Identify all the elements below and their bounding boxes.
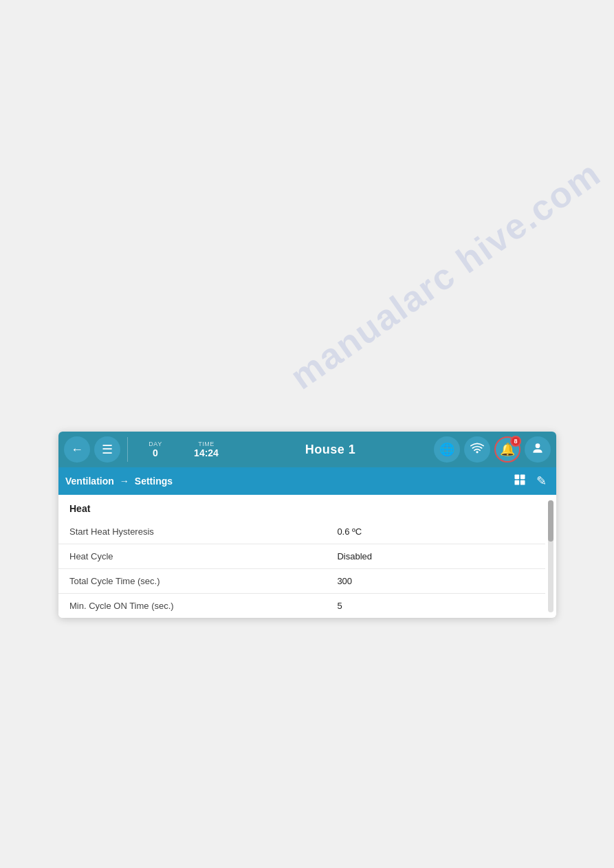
globe-icon: 🌐 (439, 442, 454, 457)
setting-value: 5 (326, 594, 545, 619)
svg-point-0 (476, 451, 478, 453)
table-row: Start Heat Hysteresis 0.6 ºC (58, 520, 545, 544)
time-display: TIME 14:24 (186, 441, 227, 458)
section-header: Heat (58, 495, 545, 520)
breadcrumb-actions: ✎ (510, 470, 549, 493)
wifi-icon (470, 443, 484, 457)
svg-point-1 (536, 443, 540, 448)
notification-button[interactable]: 🔔 8 (494, 436, 520, 463)
setting-label: Min. Cycle ON Time (sec.) (58, 594, 326, 619)
day-label: DAY (149, 441, 162, 447)
scrollbar-thumb[interactable] (548, 500, 553, 542)
breadcrumb-bar: Ventilation → Settings ✎ (58, 467, 556, 495)
content-area: Heat Start Heat Hysteresis 0.6 ºC Heat C… (58, 495, 556, 618)
edit-icon: ✎ (536, 474, 547, 489)
wifi-button[interactable] (464, 436, 490, 463)
header-title: House 1 (231, 443, 430, 457)
day-value: 0 (153, 447, 158, 458)
breadcrumb-page: Settings (135, 476, 173, 487)
scrollbar[interactable] (548, 500, 553, 612)
time-label: TIME (198, 441, 215, 447)
user-icon (531, 441, 545, 458)
svg-rect-2 (515, 474, 520, 479)
setting-value: Disabled (326, 544, 545, 569)
back-button[interactable]: ← (64, 436, 90, 463)
table-row: Heat Cycle Disabled (58, 544, 545, 569)
header-divider (127, 437, 128, 462)
setting-label: Total Cycle Time (sec.) (58, 569, 326, 594)
day-display: DAY 0 (135, 441, 176, 458)
user-button[interactable] (525, 436, 551, 463)
notification-badge: 8 (510, 436, 521, 447)
app-window: ← ☰ DAY 0 TIME 14:24 House 1 🌐 (58, 432, 556, 618)
svg-rect-5 (520, 480, 525, 485)
time-value: 14:24 (194, 447, 219, 458)
header: ← ☰ DAY 0 TIME 14:24 House 1 🌐 (58, 432, 556, 467)
globe-button[interactable]: 🌐 (434, 436, 460, 463)
table-row: Min. Cycle ON Time (sec.) 5 (58, 594, 545, 619)
svg-rect-3 (520, 474, 525, 479)
grid-view-button[interactable] (510, 470, 529, 493)
grid-icon (513, 473, 527, 490)
header-right: 🌐 🔔 8 (434, 436, 551, 463)
content: Heat Start Heat Hysteresis 0.6 ºC Heat C… (58, 495, 545, 618)
svg-rect-4 (515, 480, 520, 485)
setting-label: Start Heat Hysteresis (58, 520, 326, 544)
edit-button[interactable]: ✎ (534, 471, 549, 491)
breadcrumb-section: Ventilation (65, 476, 114, 487)
menu-button[interactable]: ☰ (94, 436, 120, 463)
breadcrumb-arrow: → (120, 476, 129, 487)
setting-value: 0.6 ºC (326, 520, 545, 544)
setting-label: Heat Cycle (58, 544, 326, 569)
table-row: Total Cycle Time (sec.) 300 (58, 569, 545, 594)
watermark: manualarc hive.com (283, 153, 608, 398)
day-time-group: DAY 0 TIME 14:24 (135, 441, 227, 458)
setting-value: 300 (326, 569, 545, 594)
content-inner: Heat Start Heat Hysteresis 0.6 ºC Heat C… (58, 495, 545, 618)
settings-table: Start Heat Hysteresis 0.6 ºC Heat Cycle … (58, 520, 545, 618)
